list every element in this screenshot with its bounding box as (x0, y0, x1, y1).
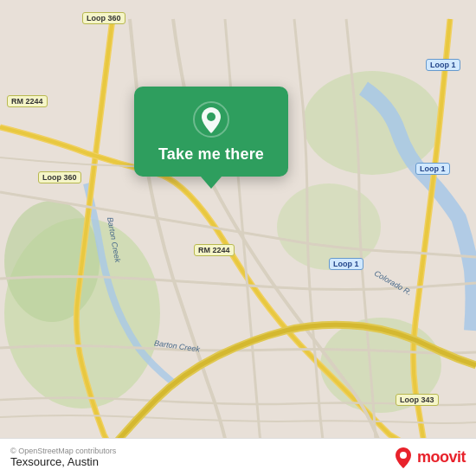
road-label-loop360-top: Loop 360 (82, 12, 125, 24)
svg-point-4 (277, 183, 381, 270)
moovit-pin-icon (393, 446, 414, 470)
svg-point-8 (400, 452, 407, 459)
tooltip-card[interactable]: Take me there (134, 87, 288, 177)
road-label-rm2244-left: RM 2244 (7, 95, 48, 107)
road-label-loop1-top: Loop 1 (426, 59, 460, 71)
road-label-rm2244-mid: RM 2244 (194, 244, 235, 256)
osm-attribution: © OpenStreetMap contributors (10, 447, 116, 455)
tooltip-label: Take me there (158, 145, 264, 164)
road-label-loop343: Loop 343 (396, 394, 439, 406)
svg-point-7 (207, 113, 215, 121)
location-info: © OpenStreetMap contributors Texsource, … (10, 447, 116, 468)
location-pin-icon (192, 100, 230, 138)
bottom-bar: © OpenStreetMap contributors Texsource, … (0, 438, 476, 476)
road-label-loop360-mid: Loop 360 (38, 171, 81, 183)
moovit-text-label: moovit (417, 448, 466, 466)
moovit-logo: moovit (393, 446, 466, 470)
location-name: Texsource, Austin (10, 455, 116, 468)
road-label-loop1-lower: Loop 1 (329, 258, 363, 270)
road-label-loop1-mid: Loop 1 (415, 163, 450, 175)
map-container: Take me there Loop 360 RM 2244 Loop 360 … (0, 0, 476, 476)
